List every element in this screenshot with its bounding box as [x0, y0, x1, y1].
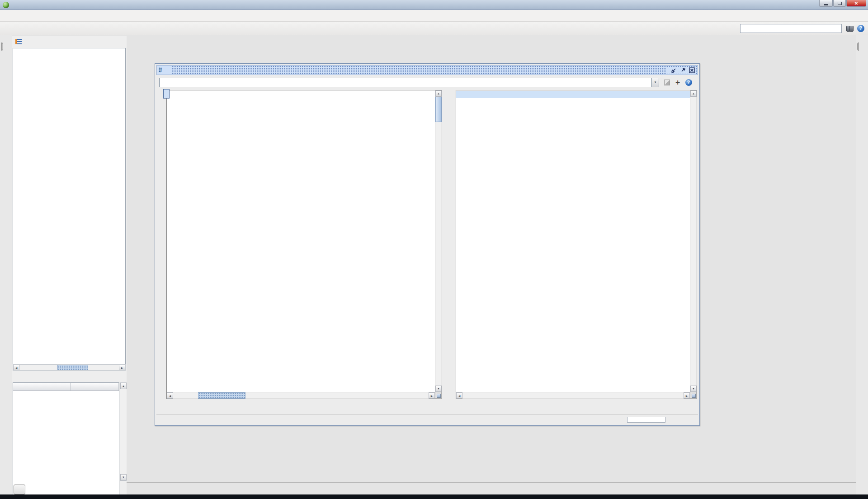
tree-horizontal-scrollbar[interactable]: ◀ ▶ [13, 364, 126, 371]
close-icon: ✕ [854, 1, 858, 6]
tree-options-icon[interactable] [15, 39, 22, 44]
scroll-right-icon[interactable]: ▶ [684, 392, 690, 399]
log-tabs-bar [127, 484, 856, 494]
scroll-up-icon[interactable]: ▲ [120, 383, 127, 389]
project-tree [13, 48, 126, 371]
request-toolbar: ▼ + ? [156, 75, 698, 89]
window-close-button[interactable]: ✕ [846, 0, 866, 7]
request-statusbar [156, 414, 698, 424]
search-forum-input[interactable] [740, 24, 842, 33]
window-unfloat-button[interactable] [670, 67, 678, 74]
mdi-desktop: SOAP ▼ + ? [127, 35, 856, 494]
response-selected-line [456, 91, 690, 98]
left-gutter [0, 35, 12, 494]
request-properties-table [13, 382, 119, 499]
float-icon [680, 67, 686, 73]
scroll-up-icon[interactable]: ▲ [690, 90, 697, 97]
window-minimize-button[interactable] [819, 0, 833, 7]
request-xml-editor[interactable]: ▲ ▼ ◀ ▶ [166, 90, 442, 399]
endpoint-url-input[interactable] [159, 78, 651, 87]
window-close-button-mdi[interactable] [688, 67, 696, 74]
scroll-left-icon[interactable]: ◀ [456, 392, 462, 399]
add-endpoint-icon[interactable]: + [674, 78, 682, 86]
request-pane: ▲ ▼ ◀ ▶ [158, 90, 442, 399]
valid-request-window: SOAP ▼ + ? [155, 63, 700, 426]
scroll-up-icon[interactable]: ▲ [435, 90, 442, 97]
minimize-icon [824, 4, 828, 5]
close-icon [689, 67, 695, 73]
scroll-down-icon[interactable]: ▼ [690, 386, 697, 392]
inspector-tab[interactable] [857, 42, 859, 51]
scroll-thumb[interactable] [198, 392, 245, 399]
endpoint-combo[interactable]: ▼ [159, 78, 659, 87]
help-icon[interactable]: ? [857, 25, 864, 32]
value-column-header[interactable] [71, 383, 119, 391]
tear-off-icon[interactable] [663, 78, 671, 86]
soapui-app-icon [3, 2, 9, 8]
valid-request-titlebar[interactable]: SOAP [156, 65, 698, 75]
window-maximize-button[interactable] [833, 0, 846, 7]
editor-corner-icon[interactable] [690, 392, 697, 399]
property-column-header[interactable] [13, 383, 71, 391]
scroll-left-icon[interactable]: ◀ [167, 392, 173, 399]
app-titlebar: ✕ [0, 0, 868, 10]
response-vertical-scrollbar[interactable]: ▲ ▼ [690, 90, 697, 392]
editor-corner-icon[interactable] [435, 392, 442, 399]
scroll-thumb[interactable] [57, 365, 88, 370]
scroll-right-icon[interactable]: ▶ [429, 392, 435, 399]
maximize-icon [838, 2, 842, 5]
main-toolbar: ? [0, 22, 868, 35]
windows-taskbar[interactable] [0, 494, 868, 499]
submit-tooltip [163, 89, 170, 99]
scroll-thumb[interactable] [435, 97, 442, 122]
right-gutter [856, 35, 868, 494]
request-vertical-scrollbar[interactable]: ▲ ▼ [435, 90, 442, 392]
properties-button[interactable] [14, 485, 25, 494]
chevron-down-icon[interactable]: ▼ [651, 78, 659, 87]
navigator-tab[interactable] [1, 42, 3, 51]
unfloat-icon [671, 67, 677, 73]
soap-request-icon: SOAP [159, 67, 162, 73]
properties-vertical-scrollbar[interactable]: ▲ ▼ [120, 382, 127, 481]
navigator-panel: ◀ ▶ ▲ ▼ [12, 36, 127, 494]
search-icon[interactable] [846, 26, 854, 31]
response-pane: ▲ ▼ ◀ ▶ [448, 90, 697, 399]
request-horizontal-scrollbar[interactable]: ◀ ▶ [167, 392, 435, 399]
progress-indicator [627, 417, 665, 423]
scroll-down-icon[interactable]: ▼ [435, 386, 442, 392]
request-help-icon[interactable]: ? [684, 78, 693, 86]
response-xml-editor[interactable]: ▲ ▼ ◀ ▶ [456, 90, 697, 399]
minimized-windows-bar [127, 467, 856, 483]
menubar [0, 10, 868, 22]
window-float-button[interactable] [679, 67, 687, 74]
scroll-left-icon[interactable]: ◀ [13, 365, 19, 370]
scroll-down-icon[interactable]: ▼ [120, 474, 127, 480]
scroll-right-icon[interactable]: ▶ [119, 365, 125, 370]
response-horizontal-scrollbar[interactable]: ◀ ▶ [456, 392, 690, 399]
